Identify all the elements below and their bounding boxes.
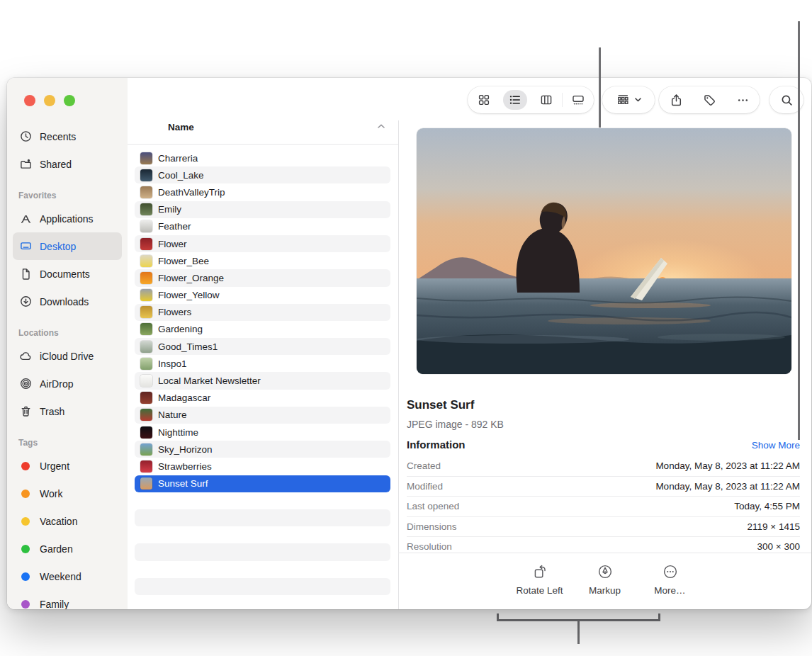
header-divider bbox=[128, 144, 398, 145]
file-name: Strawberries bbox=[158, 461, 212, 472]
file-row-gardening[interactable]: Gardening bbox=[135, 321, 390, 338]
more-circle-icon bbox=[662, 562, 678, 579]
file-row-flower[interactable]: Flower bbox=[135, 235, 390, 252]
file-name: Flower_Orange bbox=[158, 273, 224, 283]
file-name: Local Market Newsletter bbox=[158, 375, 261, 386]
info-value: 300 × 300 bbox=[757, 541, 800, 552]
file-row-charreria[interactable]: Charreria bbox=[135, 149, 390, 166]
tag-dot bbox=[18, 542, 33, 556]
sidebar-item-recents[interactable]: Recents bbox=[13, 123, 122, 150]
zoom-button[interactable] bbox=[64, 95, 75, 106]
file-thumbnail bbox=[140, 169, 152, 181]
share-button[interactable] bbox=[660, 86, 693, 113]
file-row-local-market-newsletter[interactable]: Local Market Newsletter bbox=[135, 372, 390, 389]
sidebar-section-locations: Locations bbox=[7, 315, 128, 342]
sidebar-item-documents[interactable]: Documents bbox=[13, 260, 122, 288]
info-value: 2119 × 1415 bbox=[748, 521, 800, 532]
empty-row bbox=[135, 526, 390, 543]
file-row-feather[interactable]: Feather bbox=[135, 218, 390, 235]
file-row-flower-bee[interactable]: Flower_Bee bbox=[135, 252, 390, 269]
file-name: Flowers bbox=[158, 307, 191, 317]
chevron-down-icon bbox=[635, 98, 641, 102]
sidebar-item-label: Applications bbox=[40, 213, 94, 225]
action-label: More… bbox=[654, 585, 685, 596]
file-name: Charreria bbox=[158, 153, 198, 164]
preview-file-meta: JPEG image - 892 KB bbox=[407, 419, 504, 430]
file-row-madagascar[interactable]: Madagascar bbox=[135, 390, 390, 407]
column-view-button[interactable] bbox=[531, 86, 562, 113]
action-markup[interactable]: Markup bbox=[580, 562, 630, 596]
sidebar-item-work[interactable]: Work bbox=[13, 480, 122, 507]
sidebar-item-label: Vacation bbox=[40, 516, 77, 527]
file-name: Flower_Bee bbox=[158, 256, 209, 266]
document-icon bbox=[18, 267, 33, 281]
show-more-link[interactable]: Show More bbox=[752, 440, 800, 451]
file-thumbnail bbox=[140, 203, 152, 215]
sunset-surf-photo bbox=[417, 128, 791, 374]
sidebar-item-downloads[interactable]: Downloads bbox=[13, 288, 122, 315]
list-view-icon bbox=[509, 94, 521, 106]
sidebar-item-family[interactable]: Family bbox=[13, 590, 122, 609]
file-row-strawberries[interactable]: Strawberries bbox=[135, 458, 390, 475]
sidebar-item-applications[interactable]: Applications bbox=[13, 205, 122, 232]
preview-file-title: Sunset Surf bbox=[407, 398, 474, 412]
empty-row bbox=[135, 509, 390, 526]
list-view-button[interactable] bbox=[500, 86, 531, 113]
icon-view-icon bbox=[478, 94, 490, 106]
traffic-lights bbox=[24, 95, 75, 106]
action-rotate-left[interactable]: Rotate Left bbox=[515, 562, 565, 596]
sidebar-item-vacation[interactable]: Vacation bbox=[13, 507, 122, 535]
tags-button[interactable] bbox=[693, 86, 726, 113]
information-header: Information bbox=[407, 439, 466, 451]
file-row-flowers[interactable]: Flowers bbox=[135, 304, 390, 321]
sidebar-item-icloud-drive[interactable]: iCloud Drive bbox=[13, 342, 122, 370]
desktop-icon bbox=[18, 239, 33, 254]
column-header-name[interactable]: Name bbox=[168, 122, 194, 132]
sidebar-item-label: iCloud Drive bbox=[40, 351, 94, 362]
info-row-created: CreatedMonday, May 8, 2023 at 11:22 AM bbox=[407, 456, 800, 476]
pane-divider[interactable] bbox=[398, 120, 399, 609]
finder-window: RecentsSharedFavoritesApplicationsDeskto… bbox=[7, 78, 811, 609]
actions-divider bbox=[398, 553, 811, 553]
column-view-icon bbox=[540, 94, 553, 106]
file-row-sky-horizon[interactable]: Sky_Horizon bbox=[135, 441, 390, 458]
file-row-sunset-surf[interactable]: Sunset Surf bbox=[135, 475, 390, 492]
info-value: Monday, May 8, 2023 at 11:22 AM bbox=[655, 481, 800, 492]
information-table: CreatedMonday, May 8, 2023 at 11:22 AMMo… bbox=[407, 456, 800, 557]
sidebar-item-shared[interactable]: Shared bbox=[13, 150, 122, 178]
sidebar-item-urgent[interactable]: Urgent bbox=[13, 452, 122, 480]
file-row-good-times1[interactable]: Good_Times1 bbox=[135, 338, 390, 355]
info-label: Resolution bbox=[407, 541, 452, 552]
minimize-button[interactable] bbox=[44, 95, 55, 106]
file-row-flower-yellow[interactable]: Flower_Yellow bbox=[135, 287, 390, 304]
sidebar-item-garden[interactable]: Garden bbox=[13, 535, 122, 562]
group-by-button[interactable] bbox=[602, 86, 655, 113]
action-more[interactable]: More… bbox=[645, 562, 695, 596]
file-thumbnail bbox=[140, 375, 152, 387]
view-switcher bbox=[468, 86, 594, 113]
file-row-nature[interactable]: Nature bbox=[135, 407, 390, 424]
gallery-view-button[interactable] bbox=[563, 86, 594, 113]
file-row-emily[interactable]: Emily bbox=[135, 201, 390, 218]
close-button[interactable] bbox=[24, 95, 35, 106]
sort-ascending-icon[interactable] bbox=[377, 123, 385, 129]
action-label: Markup bbox=[589, 585, 621, 596]
file-row-cool-lake[interactable]: Cool_Lake bbox=[135, 166, 390, 183]
sidebar-item-airdrop[interactable]: AirDrop bbox=[13, 370, 122, 397]
more-toolbar-button[interactable] bbox=[726, 86, 760, 113]
quick-actions: Rotate LeftMarkupMore… bbox=[398, 562, 811, 596]
search-icon bbox=[780, 94, 794, 107]
file-row-nighttime[interactable]: Nighttime bbox=[135, 424, 390, 441]
sidebar-item-desktop[interactable]: Desktop bbox=[13, 232, 122, 260]
sidebar-item-trash[interactable]: Trash bbox=[13, 397, 122, 425]
empty-row bbox=[135, 492, 390, 509]
file-name: Feather bbox=[158, 221, 191, 232]
sidebar-item-label: AirDrop bbox=[40, 378, 73, 390]
file-row-inspo1[interactable]: Inspo1 bbox=[135, 355, 390, 372]
app-store-icon bbox=[18, 212, 33, 226]
airdrop-icon bbox=[18, 377, 33, 391]
icon-view-button[interactable] bbox=[468, 86, 500, 113]
sidebar-item-weekend[interactable]: Weekend bbox=[13, 562, 122, 590]
file-row-flower-orange[interactable]: Flower_Orange bbox=[135, 269, 390, 286]
file-row-deathvalleytrip[interactable]: DeathValleyTrip bbox=[135, 183, 390, 200]
